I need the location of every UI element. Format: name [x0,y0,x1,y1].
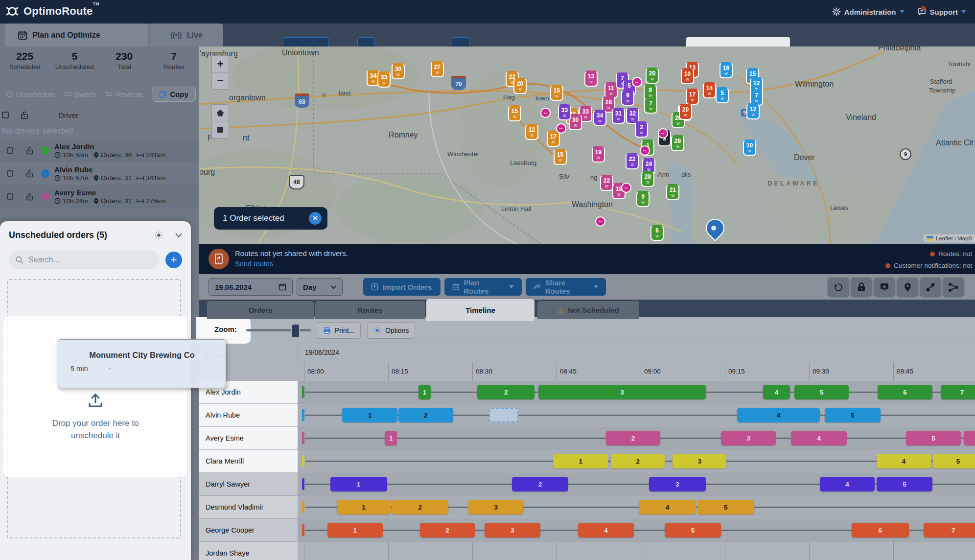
routes-split-button[interactable] [942,277,965,298]
route-stop-bar[interactable]: 4 [578,523,634,537]
dragged-order-card[interactable]: Monument City Brewing Co 5 min - [58,339,226,388]
route-stop-bar[interactable]: 4 [639,500,696,514]
order-pin[interactable]: 17w [686,89,699,105]
lock-icon[interactable] [20,170,39,178]
driver-row[interactable]: Alvin Rube10h 57mOrders: 31341km [0,162,199,185]
route-stop-bar[interactable]: 5 [697,500,754,514]
order-pin[interactable]: 20w [679,104,692,120]
order-pin[interactable]: 34w [593,110,606,126]
route-stop-bar[interactable]: 2 [477,385,534,399]
route-stop-bar[interactable] [964,431,975,445]
add-order-button[interactable]: + [165,252,182,268]
close-icon[interactable]: ✕ [309,212,322,225]
polygon-select-tool[interactable] [211,104,229,122]
tab-not-scheduled[interactable]: ⚠ Not Scheduled [537,301,639,319]
import-orders-button[interactable]: Import Orders [363,278,441,296]
cluster-dot[interactable]: •• [640,145,650,156]
route-stop-bar[interactable]: 3 [468,500,523,514]
cluster-dot[interactable]: •• [556,123,566,134]
chevron-down-icon[interactable] [175,233,182,237]
zoom-slider-handle[interactable] [291,324,300,338]
lock-icon[interactable] [20,193,39,201]
route-stop-bar[interactable]: 7 [924,523,975,537]
order-pin[interactable]: 27w [431,61,444,77]
order-pin[interactable]: 9w [636,191,650,207]
zoom-slider-track[interactable] [246,329,311,331]
cluster-dot[interactable]: •• [621,183,631,193]
map-panel[interactable]: 'aynesburgUniontownorgantownFntɔurgElkin… [199,47,975,244]
order-pin[interactable]: 2w [635,121,648,138]
cluster-dot[interactable]: •• [595,216,605,227]
order-pin[interactable]: 31w [612,108,625,124]
select-all-checkbox[interactable] [0,112,11,118]
route-stop-bar[interactable]: 6 [878,385,932,399]
lock-icon[interactable] [20,147,39,155]
send-routes-link[interactable]: Send routes [235,260,273,268]
order-pin[interactable]: 10w [743,140,756,156]
timeline-driver-label[interactable]: Clara Merrill [199,450,298,473]
timeline-driver-label[interactable]: George Cooper [199,519,298,542]
switch-action[interactable]: Switch [64,90,96,98]
row-checkbox[interactable] [0,170,20,177]
order-pin[interactable]: 33w [558,104,571,120]
search-input[interactable]: Search... [9,251,160,269]
flag-marker-button[interactable] [873,277,896,298]
share-routes-button[interactable]: Share Routes [526,278,606,296]
administration-menu[interactable]: Administration [832,7,905,16]
route-stop-bar[interactable]: 2 [606,431,660,445]
unschedule-action[interactable]: Unschedule [6,90,55,98]
copy-button[interactable]: Copy [152,87,196,102]
tab-orders[interactable]: Orders [207,301,314,319]
driver-row[interactable]: Alex Jordin10h 58mOrders: 36241km [0,139,199,162]
order-pin[interactable]: 13w [584,70,598,87]
order-pin[interactable]: 17w [547,131,560,147]
order-pin[interactable]: 9w [621,90,634,106]
order-pin[interactable]: 7w [644,97,657,114]
selected-order-slot[interactable] [489,408,518,422]
tab-live[interactable]: ((•)) Live [150,23,223,47]
route-stop-bar[interactable]: 4 [877,454,931,468]
tab-timeline[interactable]: Timeline [426,299,534,321]
route-stop-bar[interactable]: 3 [649,477,706,491]
route-stop-bar[interactable]: 7 [941,385,975,399]
timeline-driver-label[interactable]: Darryl Sawyer [199,473,298,496]
order-pin[interactable]: 19w [592,146,605,163]
cluster-dot[interactable]: •• [540,108,551,118]
route-stop-bar[interactable]: 5 [933,454,975,468]
route-stop-bar[interactable]: 1 [330,477,387,491]
route-stop-bar[interactable]: 1 [337,500,391,514]
route-stop-bar[interactable]: 3 [485,523,540,537]
order-pin[interactable]: 10w [681,68,694,84]
order-pin[interactable]: 6w [650,225,664,241]
route-stop-bar[interactable]: 5 [825,408,881,422]
order-pin[interactable]: 14w [703,82,716,98]
map-zoom-in-button[interactable]: + [211,55,229,73]
route-stop-bar[interactable]: 1 [385,431,397,445]
order-pin[interactable]: 33w [377,71,391,88]
rectangle-select-tool[interactable] [211,121,229,139]
period-select[interactable]: Day [297,278,343,296]
date-input[interactable]: 19.06.2024 [209,278,293,296]
cluster-dot[interactable]: •• [658,128,668,139]
reverse-action[interactable]: Reverse [105,90,143,98]
lock-button[interactable] [850,277,873,298]
route-stop-bar[interactable]: 2 [611,454,665,468]
route-stop-bar[interactable]: 1 [342,408,398,422]
map-zoom-out-button[interactable]: − [211,72,229,90]
cluster-dot[interactable]: •• [632,77,642,87]
order-pin[interactable]: 22w [600,175,613,191]
route-stop-bar[interactable]: 5 [877,477,933,491]
order-pin[interactable]: 12w [746,103,760,119]
order-pin[interactable]: 15w [508,105,521,121]
order-pin[interactable]: 31w [666,184,679,200]
route-button[interactable] [919,277,942,298]
route-stop-bar[interactable]: 1 [418,385,431,399]
route-stop-bar[interactable]: 2 [512,477,568,491]
order-pin[interactable]: 20w [513,78,527,94]
order-pin[interactable]: 5w [716,87,729,103]
route-stop-bar[interactable]: 4 [820,477,875,491]
route-stop-bar[interactable]: 3 [673,454,726,468]
order-pin[interactable]: 15w [554,149,567,165]
route-stop-bar[interactable]: 2 [398,408,453,422]
order-pin[interactable]: 28w [641,171,654,187]
